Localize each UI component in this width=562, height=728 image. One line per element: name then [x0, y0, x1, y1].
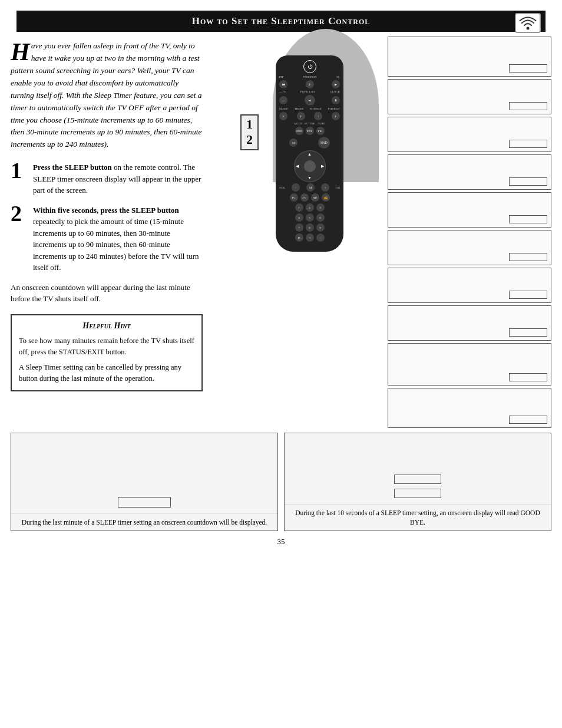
remote-btn-ff[interactable]: ⏸: [306, 80, 314, 88]
remote-label-pip: PIP: [279, 75, 283, 78]
remote-label-clock: CLOCK: [330, 90, 340, 93]
tv-screen-5: [388, 192, 551, 228]
tv-screen-8: [388, 305, 551, 341]
remote-dpad-right[interactable]: ▶: [321, 164, 324, 169]
remote-btn-sound[interactable]: SND: [295, 127, 303, 135]
remote-btn-4[interactable]: 4: [295, 213, 303, 222]
page-number: 35: [6, 531, 556, 550]
remote-btn-disconnect[interactable]: D: [295, 233, 303, 242]
step-2-rest: repeatedly to pick the amount of time (1…: [33, 217, 199, 272]
remote-row-menu: M SND: [279, 137, 340, 149]
tv-rect-8: [509, 328, 547, 337]
tv-rect-2: [509, 102, 547, 110]
remote-btn-8[interactable]: 8: [306, 223, 314, 232]
remote-row-auto: AUTO ACTIVE AUTO: [279, 122, 340, 125]
remote-row-mid-btns: S T ↑ F: [279, 112, 340, 120]
tv-screen-6: [388, 230, 551, 265]
bottom-left-tv-area: [11, 433, 277, 513]
tv-screen-9: [388, 343, 551, 386]
remote-power-btn[interactable]: ⏻: [303, 60, 316, 73]
remote-btn-5[interactable]: 5: [306, 213, 314, 222]
remote-btn-radio[interactable]: 📻: [322, 193, 330, 202]
tv-screen-2: [388, 79, 551, 114]
remote-btn-2[interactable]: 2: [306, 203, 314, 212]
tv-screen-1: [388, 37, 551, 77]
remote-btn-fmt[interactable]: F: [332, 112, 340, 120]
remote-btn-6[interactable]: 6: [316, 213, 325, 222]
helpful-hint-box: Helpful Hint To see how many minutes rem…: [11, 314, 203, 391]
remote-row-vol: VOL - M + CH: [279, 183, 340, 192]
step-2: 2 Within five seconds, press the SLEEP b…: [11, 205, 203, 274]
remote-numpad-row4: D 0 -: [279, 233, 340, 242]
remote-label-format: FORMAT: [328, 107, 340, 110]
remote-label-position: POSITION: [303, 75, 317, 78]
remote-label-vol: VOL: [279, 186, 285, 189]
remote-btn-sound2[interactable]: SND: [318, 137, 330, 149]
remote-btn-pc[interactable]: PC: [290, 193, 298, 202]
tv-rect-1: [509, 64, 547, 73]
content-row: Have you ever fallen asleep in front of …: [11, 32, 551, 428]
remote-control: ⏻ PIP POSITION SL ⏮ ⏸ ▶ —T: [276, 55, 343, 252]
helpful-hint-title: Helpful Hint: [19, 321, 194, 331]
remote-btn-minus240[interactable]: —: [279, 96, 287, 104]
step-2-bold: Within five seconds, press the SLEEP but…: [33, 206, 179, 215]
bottom-left-caption: During the last minute of a SLEEP timer …: [11, 513, 277, 531]
remote-btn-1[interactable]: 1: [295, 203, 303, 212]
bottom-right-rect-2: [394, 489, 441, 498]
bottom-screen-right: During the last 10 seconds of a SLEEP ti…: [284, 433, 551, 531]
remote-btn-playpause[interactable]: ⏯: [305, 95, 315, 106]
step-1-text: Press the SLEEP button on the remote con…: [33, 162, 203, 196]
remote-dpad-up[interactable]: ▲: [308, 152, 312, 157]
remote-btn-menu[interactable]: M: [289, 139, 297, 147]
steps-area: 1 Press the SLEEP button on the remote c…: [11, 162, 203, 274]
remote-row-tv: —TV PROG-LIST CLOCK: [279, 90, 340, 93]
remote-btn-9[interactable]: 9: [316, 223, 325, 232]
step-2-text: Within five seconds, press the SLEEP but…: [33, 205, 203, 274]
tv-screen-4: [388, 154, 551, 190]
remote-dpad-center[interactable]: [304, 160, 316, 172]
remote-btn-enter[interactable]: ENT: [306, 127, 314, 135]
remote-label-tv: —TV: [279, 90, 286, 93]
tv-rect-5: [509, 215, 547, 223]
remote-row-sleep-btns: — ⏯ ⏸: [279, 95, 340, 106]
remote-dpad: ▲ ▼ ◀ ▶: [294, 150, 326, 182]
remote-btn-pause2[interactable]: ⏸: [332, 96, 340, 104]
remote-btn-rew[interactable]: ⏮: [279, 80, 287, 88]
remote-btn-play[interactable]: ▶: [332, 80, 340, 88]
remote-btn-tv2[interactable]: TV: [300, 193, 309, 202]
remote-label-ch: CH: [336, 186, 340, 189]
remote-btn-hd[interactable]: HD: [311, 193, 319, 202]
remote-btn-7[interactable]: 7: [295, 223, 303, 232]
remote-btn-timer[interactable]: T: [297, 112, 305, 120]
tv-rect-9: [509, 373, 547, 381]
bottom-right-tv-area: [285, 433, 551, 504]
remote-section: 1 2 ⏻ PIP POSITION SL ⏮: [240, 38, 358, 252]
step-1-bold: Press the SLEEP button: [33, 163, 112, 172]
step-badge-12: 1 2: [240, 114, 259, 150]
tv-rect-7: [509, 291, 547, 299]
remote-btn-sleep[interactable]: S: [279, 112, 287, 120]
remote-btn-mute[interactable]: M: [306, 183, 315, 192]
step-1-number: 1: [11, 159, 27, 182]
remote-dpad-down[interactable]: ▼: [308, 176, 312, 180]
remote-btn-volminus[interactable]: -: [292, 183, 300, 192]
page-header: How to Set the Sleeptimer Control: [16, 11, 546, 32]
remote-btn-picture[interactable]: PIC: [316, 127, 325, 135]
tv-rect-3: [509, 140, 547, 148]
remote-row-sound-enter: SND ENT PIC: [279, 127, 340, 135]
step-badge-1: 1: [246, 117, 253, 132]
remote-btn-src[interactable]: ↑: [314, 112, 322, 120]
remote-btn-volplus[interactable]: +: [321, 183, 329, 192]
remote-dpad-left[interactable]: ◀: [296, 164, 299, 169]
bottom-screens-row: During the last minute of a SLEEP timer …: [11, 433, 551, 531]
tv-screen-3: [388, 117, 551, 152]
remote-row-pip: PIP POSITION SL: [279, 75, 340, 78]
tv-rect-4: [509, 177, 547, 186]
bottom-left-rect: [118, 497, 171, 508]
remote-btn-3[interactable]: 3: [316, 203, 325, 212]
right-column: [388, 32, 551, 428]
remote-btn-0[interactable]: 0: [306, 233, 314, 242]
step-2-number: 2: [11, 202, 27, 225]
middle-column: 1 2 ⏻ PIP POSITION SL ⏮: [211, 32, 388, 428]
remote-btn-dash[interactable]: -: [316, 233, 325, 242]
